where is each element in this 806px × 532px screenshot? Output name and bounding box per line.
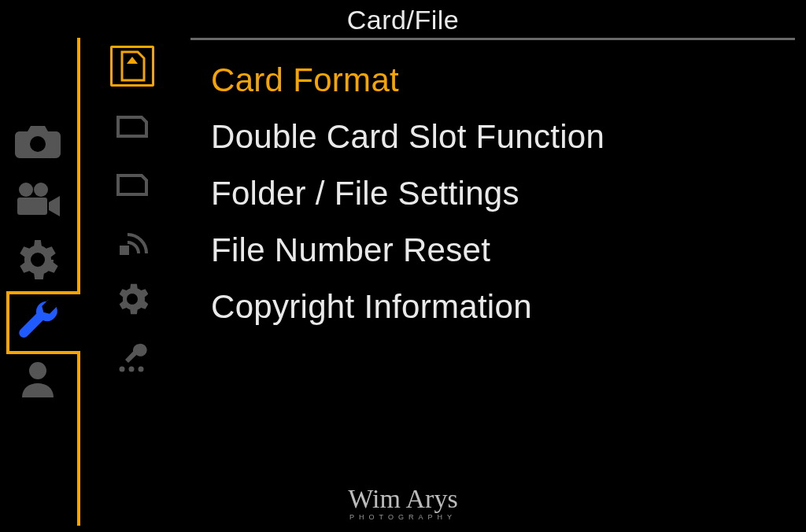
gear-icon bbox=[116, 283, 148, 315]
video-icon bbox=[14, 182, 61, 218]
menu-item-copyright-info[interactable]: Copyright Information bbox=[211, 288, 782, 326]
svg-point-5 bbox=[120, 367, 125, 372]
page-title: Card/File bbox=[0, 5, 806, 35]
svg-rect-4 bbox=[120, 246, 129, 255]
sub-tab-wireless[interactable] bbox=[110, 220, 154, 261]
sub-tab-card-file[interactable] bbox=[110, 46, 154, 87]
sub-tab-folder[interactable] bbox=[110, 162, 154, 203]
sub-tab-gear[interactable] bbox=[110, 279, 154, 320]
watermark-name: Wim Arys bbox=[348, 484, 457, 513]
tool-dots-icon bbox=[116, 341, 149, 374]
main-tab-video[interactable] bbox=[0, 170, 76, 230]
main-tab-camera[interactable] bbox=[0, 110, 76, 170]
wireless-icon bbox=[116, 225, 148, 257]
svg-point-6 bbox=[129, 367, 135, 372]
sub-tab-sidebar bbox=[85, 46, 179, 378]
svg-point-0 bbox=[19, 183, 33, 197]
sub-tab-card-slot[interactable] bbox=[110, 104, 154, 145]
menu-list: Card Format Double Card Slot Function Fo… bbox=[211, 61, 782, 326]
watermark: Wim Arys PHOTOGRAPHY bbox=[348, 486, 457, 521]
gear-icon bbox=[17, 239, 58, 280]
selection-frame bbox=[77, 351, 80, 526]
main-tab-wrench[interactable] bbox=[0, 290, 76, 349]
svg-point-1 bbox=[34, 183, 48, 197]
camera-menu-screen: Card/File bbox=[0, 0, 806, 532]
sub-tab-tool-dots[interactable] bbox=[110, 337, 154, 378]
main-tab-sidebar bbox=[0, 110, 76, 409]
person-icon bbox=[18, 360, 57, 399]
title-divider bbox=[190, 38, 795, 40]
card-slot-icon bbox=[116, 111, 148, 138]
menu-item-folder-file[interactable]: Folder / File Settings bbox=[211, 175, 782, 212]
watermark-sub: PHOTOGRAPHY bbox=[348, 514, 457, 521]
svg-rect-2 bbox=[17, 198, 47, 215]
main-tab-person[interactable] bbox=[0, 349, 76, 409]
card-eject-icon bbox=[119, 50, 146, 82]
svg-point-7 bbox=[139, 367, 144, 372]
menu-item-file-number-reset[interactable]: File Number Reset bbox=[211, 231, 782, 269]
folder-icon bbox=[116, 169, 148, 196]
menu-item-double-card-slot[interactable]: Double Card Slot Function bbox=[211, 118, 782, 156]
svg-point-3 bbox=[29, 362, 46, 379]
wrench-icon bbox=[15, 297, 61, 342]
main-tab-gear[interactable] bbox=[0, 230, 76, 290]
menu-item-card-format[interactable]: Card Format bbox=[211, 61, 782, 99]
selection-frame bbox=[77, 38, 80, 294]
camera-icon bbox=[15, 122, 61, 158]
